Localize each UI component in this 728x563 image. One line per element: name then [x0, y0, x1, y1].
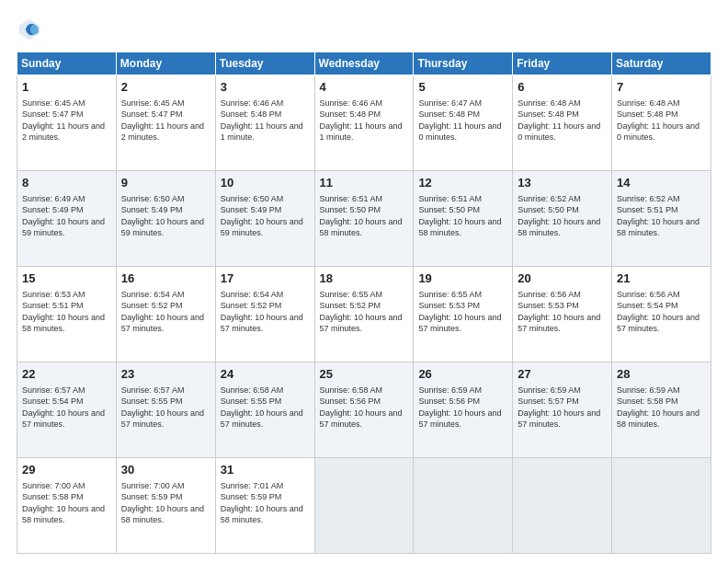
day-number: 31: [221, 462, 310, 478]
day-info: Sunrise: 6:54 AMSunset: 5:52 PMDaylight:…: [221, 289, 310, 335]
day-number: 22: [22, 366, 111, 383]
calendar-cell: 6Sunrise: 6:48 AMSunset: 5:48 PMDaylight…: [513, 75, 612, 171]
calendar-cell: 29Sunrise: 7:00 AMSunset: 5:58 PMDayligh…: [17, 458, 117, 554]
day-info: Sunrise: 6:57 AMSunset: 5:54 PMDaylight:…: [22, 385, 111, 431]
day-info: Sunrise: 6:59 AMSunset: 5:58 PMDaylight:…: [617, 385, 706, 431]
day-info: Sunrise: 6:48 AMSunset: 5:48 PMDaylight:…: [617, 98, 706, 144]
calendar-cell: 5Sunrise: 6:47 AMSunset: 5:48 PMDaylight…: [414, 75, 513, 171]
calendar-cell: [612, 458, 711, 554]
calendar-cell: 31Sunrise: 7:01 AMSunset: 5:59 PMDayligh…: [215, 458, 314, 554]
day-number: 1: [22, 79, 111, 96]
calendar-cell: 22Sunrise: 6:57 AMSunset: 5:54 PMDayligh…: [17, 362, 117, 458]
day-number: 13: [518, 175, 607, 191]
day-info: Sunrise: 6:56 AMSunset: 5:53 PMDaylight:…: [518, 289, 607, 335]
day-info: Sunrise: 7:00 AMSunset: 5:58 PMDaylight:…: [22, 480, 111, 526]
calendar-cell: 12Sunrise: 6:51 AMSunset: 5:50 PMDayligh…: [414, 171, 513, 267]
day-info: Sunrise: 6:45 AMSunset: 5:47 PMDaylight:…: [22, 98, 111, 144]
day-number: 17: [221, 270, 310, 287]
header-day-monday: Monday: [116, 52, 215, 75]
day-info: Sunrise: 6:48 AMSunset: 5:48 PMDaylight:…: [518, 98, 607, 144]
calendar-cell: [414, 458, 513, 554]
day-info: Sunrise: 6:51 AMSunset: 5:50 PMDaylight:…: [320, 193, 409, 239]
day-number: 29: [22, 462, 111, 478]
day-number: 3: [221, 79, 310, 96]
day-info: Sunrise: 7:01 AMSunset: 5:59 PMDaylight:…: [221, 480, 310, 526]
day-info: Sunrise: 6:46 AMSunset: 5:48 PMDaylight:…: [320, 98, 409, 144]
calendar-cell: 16Sunrise: 6:54 AMSunset: 5:52 PMDayligh…: [116, 267, 215, 362]
calendar-cell: 15Sunrise: 6:53 AMSunset: 5:51 PMDayligh…: [17, 267, 117, 362]
day-info: Sunrise: 6:56 AMSunset: 5:54 PMDaylight:…: [617, 289, 706, 335]
calendar-cell: 24Sunrise: 6:58 AMSunset: 5:55 PMDayligh…: [215, 362, 314, 458]
calendar-table: SundayMondayTuesdayWednesdayThursdayFrid…: [17, 52, 711, 554]
day-number: 6: [518, 79, 607, 96]
week-row-2: 8Sunrise: 6:49 AMSunset: 5:49 PMDaylight…: [17, 171, 711, 267]
calendar-cell: 17Sunrise: 6:54 AMSunset: 5:52 PMDayligh…: [215, 267, 314, 362]
calendar-cell: 8Sunrise: 6:49 AMSunset: 5:49 PMDaylight…: [17, 171, 117, 267]
calendar-cell: 21Sunrise: 6:56 AMSunset: 5:54 PMDayligh…: [612, 267, 711, 362]
header-row: SundayMondayTuesdayWednesdayThursdayFrid…: [17, 52, 711, 75]
day-info: Sunrise: 6:55 AMSunset: 5:53 PMDaylight:…: [418, 289, 507, 335]
day-info: Sunrise: 6:47 AMSunset: 5:48 PMDaylight:…: [418, 98, 507, 144]
day-number: 14: [617, 175, 706, 191]
day-number: 21: [617, 270, 706, 287]
day-info: Sunrise: 6:49 AMSunset: 5:49 PMDaylight:…: [22, 193, 111, 239]
day-info: Sunrise: 6:58 AMSunset: 5:56 PMDaylight:…: [320, 385, 409, 431]
calendar-cell: 30Sunrise: 7:00 AMSunset: 5:59 PMDayligh…: [116, 458, 215, 554]
day-number: 18: [320, 270, 409, 287]
calendar-cell: 28Sunrise: 6:59 AMSunset: 5:58 PMDayligh…: [612, 362, 711, 458]
day-info: Sunrise: 6:54 AMSunset: 5:52 PMDaylight:…: [121, 289, 210, 335]
day-info: Sunrise: 6:52 AMSunset: 5:50 PMDaylight:…: [518, 193, 607, 239]
header-day-sunday: Sunday: [17, 52, 117, 75]
calendar-cell: 7Sunrise: 6:48 AMSunset: 5:48 PMDaylight…: [612, 75, 711, 171]
day-number: 23: [121, 366, 210, 383]
day-number: 11: [320, 175, 409, 191]
calendar-cell: 11Sunrise: 6:51 AMSunset: 5:50 PMDayligh…: [314, 171, 414, 267]
day-number: 9: [121, 175, 210, 191]
day-info: Sunrise: 6:50 AMSunset: 5:49 PMDaylight:…: [121, 193, 210, 239]
day-info: Sunrise: 6:46 AMSunset: 5:48 PMDaylight:…: [221, 98, 310, 144]
day-info: Sunrise: 6:59 AMSunset: 5:57 PMDaylight:…: [518, 385, 607, 431]
day-number: 25: [320, 366, 409, 383]
day-number: 20: [518, 270, 607, 287]
day-number: 16: [121, 270, 210, 287]
day-info: Sunrise: 6:59 AMSunset: 5:56 PMDaylight:…: [418, 385, 507, 431]
calendar-cell: 19Sunrise: 6:55 AMSunset: 5:53 PMDayligh…: [414, 267, 513, 362]
calendar-cell: 2Sunrise: 6:45 AMSunset: 5:47 PMDaylight…: [116, 75, 215, 171]
calendar-cell: 18Sunrise: 6:55 AMSunset: 5:52 PMDayligh…: [314, 267, 414, 362]
header-day-wednesday: Wednesday: [314, 52, 414, 75]
day-info: Sunrise: 6:55 AMSunset: 5:52 PMDaylight:…: [320, 289, 409, 335]
calendar-cell: 26Sunrise: 6:59 AMSunset: 5:56 PMDayligh…: [414, 362, 513, 458]
day-number: 28: [617, 366, 706, 383]
day-info: Sunrise: 6:52 AMSunset: 5:51 PMDaylight:…: [617, 193, 706, 239]
day-info: Sunrise: 7:00 AMSunset: 5:59 PMDaylight:…: [121, 480, 210, 526]
day-info: Sunrise: 6:51 AMSunset: 5:50 PMDaylight:…: [418, 193, 507, 239]
calendar-cell: 25Sunrise: 6:58 AMSunset: 5:56 PMDayligh…: [314, 362, 414, 458]
day-number: 15: [22, 270, 111, 287]
calendar-cell: 1Sunrise: 6:45 AMSunset: 5:47 PMDaylight…: [17, 75, 117, 171]
header: [17, 17, 711, 42]
week-row-5: 29Sunrise: 7:00 AMSunset: 5:58 PMDayligh…: [17, 458, 711, 554]
page: SundayMondayTuesdayWednesdayThursdayFrid…: [0, 0, 728, 563]
day-number: 5: [418, 79, 507, 96]
day-info: Sunrise: 6:58 AMSunset: 5:55 PMDaylight:…: [221, 385, 310, 431]
calendar-cell: 10Sunrise: 6:50 AMSunset: 5:49 PMDayligh…: [215, 171, 314, 267]
logo-icon: [17, 17, 42, 42]
calendar-cell: [513, 458, 612, 554]
header-day-thursday: Thursday: [414, 52, 513, 75]
day-number: 30: [121, 462, 210, 478]
calendar-cell: [314, 458, 414, 554]
day-number: 19: [418, 270, 507, 287]
header-day-friday: Friday: [513, 52, 612, 75]
calendar-cell: 27Sunrise: 6:59 AMSunset: 5:57 PMDayligh…: [513, 362, 612, 458]
day-number: 26: [418, 366, 507, 383]
calendar-header: SundayMondayTuesdayWednesdayThursdayFrid…: [17, 52, 711, 75]
day-number: 2: [121, 79, 210, 96]
day-info: Sunrise: 6:50 AMSunset: 5:49 PMDaylight:…: [221, 193, 310, 239]
week-row-3: 15Sunrise: 6:53 AMSunset: 5:51 PMDayligh…: [17, 267, 711, 362]
header-day-tuesday: Tuesday: [215, 52, 314, 75]
week-row-1: 1Sunrise: 6:45 AMSunset: 5:47 PMDaylight…: [17, 75, 711, 171]
day-number: 27: [518, 366, 607, 383]
day-number: 24: [221, 366, 310, 383]
calendar-cell: 9Sunrise: 6:50 AMSunset: 5:49 PMDaylight…: [116, 171, 215, 267]
calendar-cell: 13Sunrise: 6:52 AMSunset: 5:50 PMDayligh…: [513, 171, 612, 267]
